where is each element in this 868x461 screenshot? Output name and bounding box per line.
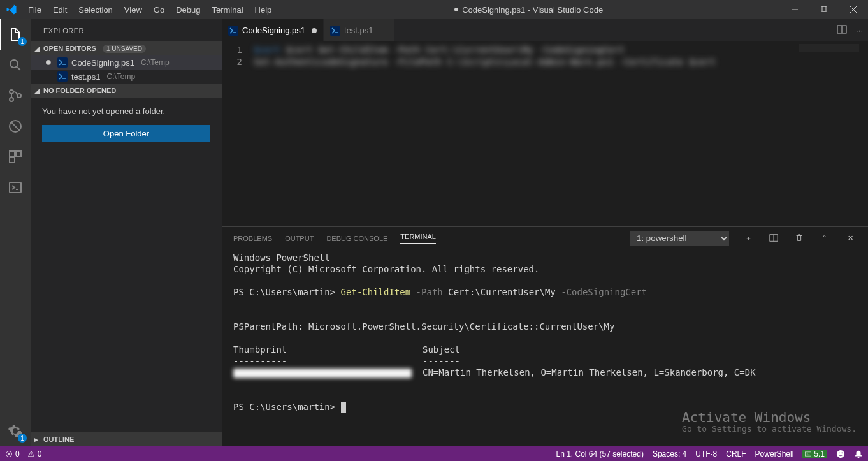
status-eol[interactable]: CRLF	[726, 450, 746, 458]
activity-debug[interactable]	[0, 111, 31, 142]
status-bell-icon[interactable]	[854, 450, 863, 458]
svg-rect-12	[10, 151, 15, 156]
files-badge: 1	[18, 37, 27, 46]
open-folder-button[interactable]: Open Folder	[42, 125, 210, 142]
no-folder-message: You have not yet opened a folder.	[31, 98, 222, 125]
dirty-indicator-icon	[454, 8, 458, 11]
maximize-button[interactable]	[809, 0, 839, 19]
panel: Problems Output Debug Console Terminal 1…	[222, 226, 868, 446]
status-encoding[interactable]: UTF-8	[695, 450, 717, 458]
editor-filename: test.ps1	[71, 72, 101, 82]
unsaved-badge: 1 UNSAVED	[103, 45, 146, 53]
menu-terminal[interactable]: Terminal	[206, 0, 249, 19]
svg-point-30	[839, 452, 840, 453]
chevron-down-icon: ◢	[34, 87, 41, 95]
panel-tab-terminal[interactable]: Terminal	[400, 233, 436, 244]
svg-line-6	[17, 67, 20, 70]
split-editor-icon[interactable]	[837, 24, 847, 36]
terminal-selector[interactable]: 1: powershell	[630, 231, 729, 246]
close-panel-icon[interactable]: ✕	[844, 234, 857, 242]
blank-close-icon[interactable]	[43, 72, 54, 82]
svg-point-29	[837, 450, 844, 457]
editor-actions: ···	[832, 19, 868, 41]
chevron-down-icon: ◢	[34, 45, 41, 53]
tab-codesigning[interactable]: CodeSigning.ps1	[222, 19, 324, 41]
open-editor-test[interactable]: test.ps1 C:\Temp	[31, 70, 222, 84]
editor-tabs: CodeSigning.ps1 test.ps1 ···	[222, 19, 868, 41]
status-bar: 0 0 Ln 1, Col 64 (57 selected) Spaces: 4…	[0, 446, 868, 461]
window-controls	[780, 0, 868, 19]
activity-powershell[interactable]	[0, 172, 31, 203]
panel-tabs: Problems Output Debug Console Terminal 1…	[222, 227, 868, 249]
cursor-icon	[341, 402, 346, 413]
minimap[interactable]	[799, 44, 859, 52]
close-button[interactable]	[839, 0, 868, 19]
menu-debug[interactable]: Debug	[170, 0, 206, 19]
menu-bar: File Edit Selection View Go Debug Termin…	[22, 0, 277, 19]
panel-tab-output[interactable]: Output	[285, 235, 314, 242]
svg-rect-2	[822, 6, 827, 11]
maximize-panel-icon[interactable]: ˄	[818, 234, 831, 242]
gutter: 1 2	[222, 41, 254, 226]
powershell-file-icon	[57, 71, 68, 82]
svg-rect-13	[16, 151, 21, 156]
outline-header[interactable]: ▸ Outline	[31, 432, 222, 446]
status-spaces[interactable]: Spaces: 4	[653, 450, 686, 458]
editor-filename: CodeSigning.ps1	[71, 58, 134, 68]
activate-windows-watermark: Activate Windows Go to Settings to activ…	[682, 412, 857, 435]
open-editors-header[interactable]: ◢ Open Editors 1 UNSAVED	[31, 41, 222, 55]
editor-filepath: C:\Temp	[107, 72, 136, 81]
open-editor-codesigning[interactable]: ● CodeSigning.ps1 C:\Temp	[31, 55, 222, 70]
activity-scm[interactable]	[0, 80, 31, 111]
tab-test[interactable]: test.ps1	[324, 19, 394, 41]
editor-filepath: C:\Temp	[141, 58, 170, 67]
status-cursor[interactable]: Ln 1, Col 64 (57 selected)	[556, 450, 643, 458]
powershell-file-icon	[228, 26, 238, 36]
dirty-dot-icon	[312, 28, 317, 33]
svg-point-5	[10, 60, 18, 68]
menu-view[interactable]: View	[119, 0, 148, 19]
redacted-thumbprint	[233, 369, 412, 378]
powershell-file-icon	[57, 57, 68, 68]
more-actions-icon[interactable]: ···	[856, 26, 863, 35]
titlebar: File Edit Selection View Go Debug Termin…	[0, 0, 868, 19]
svg-rect-1	[821, 6, 826, 11]
sidebar-title: Explorer	[31, 19, 222, 41]
svg-point-7	[10, 90, 13, 94]
svg-rect-14	[10, 157, 15, 163]
menu-help[interactable]: Help	[249, 0, 278, 19]
svg-point-8	[10, 98, 13, 101]
activity-settings[interactable]: 1	[0, 416, 31, 446]
menu-file[interactable]: File	[22, 0, 47, 19]
vscode-icon	[0, 4, 22, 15]
svg-line-11	[11, 122, 20, 131]
status-ps-version[interactable]: 5.1	[802, 450, 827, 458]
status-feedback-icon[interactable]	[836, 450, 845, 458]
split-terminal-icon[interactable]	[767, 233, 780, 244]
activity-explorer[interactable]: 1	[0, 19, 31, 50]
activity-extensions[interactable]	[0, 142, 31, 172]
status-errors[interactable]: 0	[5, 450, 20, 458]
terminal-content[interactable]: Windows PowerShell Copyright (C) Microso…	[222, 249, 868, 446]
minimize-button[interactable]	[780, 0, 809, 19]
panel-tab-debug[interactable]: Debug Console	[326, 235, 387, 242]
editor-area: CodeSigning.ps1 test.ps1 ··· 1 2 $cert $…	[222, 19, 868, 446]
dirty-dot-icon[interactable]: ●	[43, 55, 54, 69]
no-folder-header[interactable]: ◢ No Folder Opened	[31, 84, 222, 98]
activity-search[interactable]	[0, 50, 31, 80]
activity-bar: 1 1	[0, 19, 31, 446]
code-content[interactable]: $cert $cert Get-ChildItem -Path Cert:\Cu…	[254, 41, 716, 226]
status-language[interactable]: PowerShell	[755, 450, 794, 458]
window-title: CodeSigning.ps1 - Visual Studio Code	[277, 5, 780, 15]
new-terminal-icon[interactable]: ＋	[742, 233, 755, 243]
menu-selection[interactable]: Selection	[73, 0, 118, 19]
status-warnings[interactable]: 0	[27, 450, 42, 458]
menu-go[interactable]: Go	[148, 0, 170, 19]
menu-edit[interactable]: Edit	[47, 0, 73, 19]
settings-badge: 1	[18, 434, 27, 443]
kill-terminal-icon[interactable]	[793, 233, 806, 244]
chevron-right-icon: ▸	[34, 435, 41, 444]
panel-tab-problems[interactable]: Problems	[233, 235, 272, 242]
svg-rect-28	[806, 451, 811, 455]
code-editor[interactable]: 1 2 $cert $cert Get-ChildItem -Path Cert…	[222, 41, 868, 226]
